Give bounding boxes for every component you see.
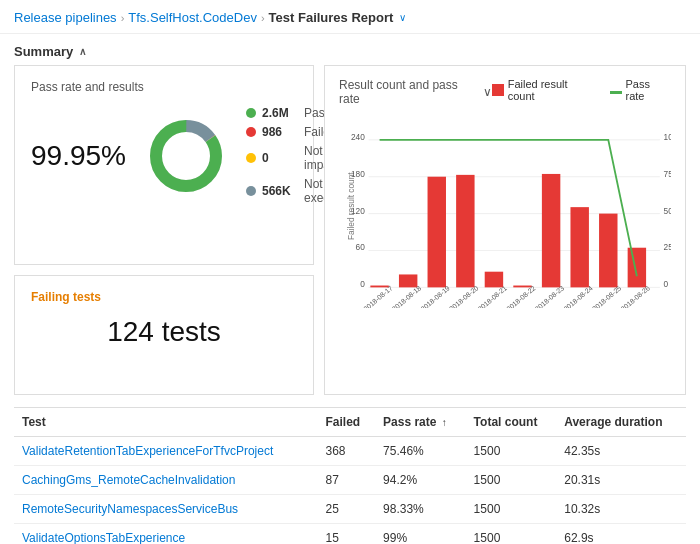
- summary-header: Summary ∧: [0, 34, 700, 65]
- failed-value: 986: [262, 125, 298, 139]
- svg-text:2018-08-19: 2018-08-19: [419, 284, 451, 307]
- passed-value: 2.6M: [262, 106, 298, 120]
- bar-9: [628, 248, 646, 288]
- svg-text:2018-08-26: 2018-08-26: [619, 284, 651, 307]
- chart-title: Result count and pass rate ∨: [339, 78, 492, 106]
- cell-total: 1500: [466, 495, 557, 524]
- svg-text:50: 50: [664, 206, 671, 216]
- svg-text:180: 180: [351, 169, 365, 179]
- svg-text:2018-08-20: 2018-08-20: [448, 284, 480, 307]
- chart-legend-passrate: Pass rate: [610, 78, 671, 102]
- cell-passrate: 75.46%: [375, 437, 466, 466]
- cell-failed: 15: [318, 524, 376, 545]
- cell-avg: 20.31s: [556, 466, 686, 495]
- summary-collapse-icon[interactable]: ∧: [79, 46, 86, 57]
- svg-text:2018-08-22: 2018-08-22: [505, 284, 537, 307]
- svg-text:2018-08-21: 2018-08-21: [477, 284, 509, 307]
- svg-text:2018-08-18: 2018-08-18: [391, 284, 423, 307]
- svg-text:2018-08-23: 2018-08-23: [534, 284, 566, 307]
- svg-text:2018-08-17: 2018-08-17: [362, 284, 394, 307]
- col-total: Total count: [466, 408, 557, 437]
- bar-6: [542, 174, 560, 287]
- not-impacted-value: 0: [262, 151, 298, 165]
- table-section: Test Failed Pass rate ↑ Total count Aver…: [14, 407, 686, 544]
- svg-text:60: 60: [356, 242, 366, 252]
- table-row: CachingGms_RemoteCacheInvalidation 87 94…: [14, 466, 686, 495]
- svg-text:2018-08-25: 2018-08-25: [591, 284, 623, 307]
- chart-failed-label: Failed result count: [508, 78, 596, 102]
- col-avg-duration: Average duration: [556, 408, 686, 437]
- bar-4: [485, 272, 503, 288]
- breadcrumb-item-2[interactable]: Tfs.SelfHost.CodeDev: [128, 10, 257, 25]
- cell-total: 1500: [466, 524, 557, 545]
- bar-8: [599, 214, 617, 288]
- breadcrumb-dropdown-icon[interactable]: ∨: [399, 12, 406, 23]
- cell-avg: 62.9s: [556, 524, 686, 545]
- cell-test[interactable]: RemoteSecurityNamespacesServiceBus: [14, 495, 318, 524]
- sort-arrow-passrate: ↑: [442, 417, 447, 428]
- breadcrumb: Release pipelines › Tfs.SelfHost.CodeDev…: [0, 0, 700, 34]
- svg-text:0: 0: [360, 279, 365, 289]
- chart-legend-failed: Failed result count: [492, 78, 596, 102]
- breadcrumb-item-1[interactable]: Release pipelines: [14, 10, 117, 25]
- bar-7: [570, 207, 588, 287]
- table-header-row: Test Failed Pass rate ↑ Total count Aver…: [14, 408, 686, 437]
- chart-dropdown-icon[interactable]: ∨: [483, 85, 492, 99]
- chart-card: Result count and pass rate ∨ Failed resu…: [324, 65, 686, 395]
- breadcrumb-sep-2: ›: [261, 12, 265, 24]
- chart-failed-swatch: [492, 84, 504, 96]
- failed-dot: [246, 127, 256, 137]
- passrate-percent: 99.95%: [31, 140, 126, 172]
- not-executed-value: 566K: [262, 184, 298, 198]
- svg-text:25: 25: [664, 242, 671, 252]
- not-executed-dot: [246, 186, 256, 196]
- table-row: ValidateOptionsTabExperience 15 99% 1500…: [14, 524, 686, 545]
- col-test: Test: [14, 408, 318, 437]
- cell-total: 1500: [466, 437, 557, 466]
- table-row: ValidateRetentionTabExperienceForTfvcPro…: [14, 437, 686, 466]
- chart-passrate-label: Pass rate: [626, 78, 672, 102]
- table-row: RemoteSecurityNamespacesServiceBus 25 98…: [14, 495, 686, 524]
- chart-header: Result count and pass rate ∨ Failed resu…: [339, 78, 671, 106]
- cell-passrate: 94.2%: [375, 466, 466, 495]
- breadcrumb-sep-1: ›: [121, 12, 125, 24]
- data-table: Test Failed Pass rate ↑ Total count Aver…: [14, 408, 686, 544]
- passrate-line: [380, 140, 637, 276]
- not-impacted-dot: [246, 153, 256, 163]
- svg-text:240: 240: [351, 132, 365, 142]
- cell-total: 1500: [466, 466, 557, 495]
- svg-text:100: 100: [664, 132, 671, 142]
- bar-2: [428, 177, 446, 288]
- svg-text:120: 120: [351, 206, 365, 216]
- cell-avg: 10.32s: [556, 495, 686, 524]
- cell-test[interactable]: ValidateOptionsTabExperience: [14, 524, 318, 545]
- bar-3: [456, 175, 474, 288]
- cell-failed: 87: [318, 466, 376, 495]
- donut-chart: [146, 116, 226, 196]
- svg-text:75: 75: [664, 169, 671, 179]
- cell-avg: 42.35s: [556, 437, 686, 466]
- passrate-card: Pass rate and results 99.95%: [14, 65, 314, 265]
- cell-passrate: 99%: [375, 524, 466, 545]
- chart-passrate-swatch: [610, 91, 622, 94]
- cell-failed: 368: [318, 437, 376, 466]
- chart-legend: Failed result count Pass rate: [492, 78, 671, 102]
- col-passrate[interactable]: Pass rate ↑: [375, 408, 466, 437]
- svg-text:0: 0: [664, 279, 669, 289]
- passed-dot: [246, 108, 256, 118]
- svg-text:2018-08-24: 2018-08-24: [562, 284, 594, 307]
- summary-title: Summary: [14, 44, 73, 59]
- cell-failed: 25: [318, 495, 376, 524]
- cell-passrate: 98.33%: [375, 495, 466, 524]
- failing-count: 124 tests: [31, 316, 297, 348]
- chart-svg-wrap: Failed result count 0 60 120 180 240 0 2…: [339, 114, 671, 311]
- breadcrumb-current: Test Failures Report: [269, 10, 394, 25]
- col-failed: Failed: [318, 408, 376, 437]
- failing-card: Failing tests 124 tests: [14, 275, 314, 395]
- failing-card-title: Failing tests: [31, 290, 297, 304]
- left-cards: Pass rate and results 99.95%: [14, 65, 324, 395]
- cell-test[interactable]: CachingGms_RemoteCacheInvalidation: [14, 466, 318, 495]
- cell-test[interactable]: ValidateRetentionTabExperienceForTfvcPro…: [14, 437, 318, 466]
- passrate-content: 99.95%: [31, 106, 297, 205]
- bar-1: [399, 274, 417, 287]
